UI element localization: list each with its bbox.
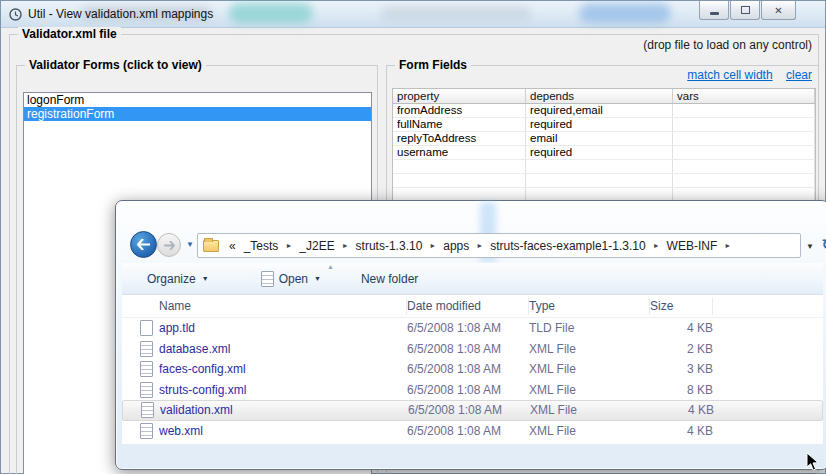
file-row[interactable]: struts-config.xml6/5/2008 1:08 AMXML Fil… — [122, 380, 823, 401]
file-name: faces-config.xml — [159, 362, 407, 376]
minimize-button[interactable] — [699, 1, 729, 20]
column-header-name[interactable]: Name — [159, 298, 407, 315]
breadcrumb-item[interactable]: struts-1.3.10 — [352, 239, 427, 253]
back-button[interactable] — [130, 231, 157, 258]
organize-button[interactable]: Organize ▼ — [147, 272, 209, 286]
new-folder-label: New folder — [361, 272, 418, 286]
file-row[interactable]: app.tld6/5/2008 1:08 AMTLD File4 KB — [122, 318, 823, 339]
close-button[interactable]: ✕ — [761, 1, 796, 20]
sort-ascending-icon[interactable]: ▲ — [327, 263, 334, 270]
field-row[interactable]: fullNamerequired — [393, 118, 815, 132]
field-cell-depends: required — [526, 146, 673, 159]
clear-link[interactable]: clear — [786, 68, 812, 82]
file-name: struts-config.xml — [159, 383, 407, 397]
field-cell-empty — [526, 174, 673, 187]
file-icon — [140, 423, 153, 439]
breadcrumb-separator-icon[interactable]: ► — [426, 242, 439, 249]
file-icon — [140, 320, 153, 336]
breadcrumb-item[interactable]: _J2EE — [295, 239, 338, 253]
breadcrumb: «_Tests►_J2EE►struts-1.3.10►apps►struts-… — [225, 239, 734, 253]
field-cell-empty — [393, 174, 526, 187]
field-row[interactable]: fromAddressrequired,email — [393, 104, 815, 118]
file-name: database.xml — [159, 342, 407, 356]
file-size: 4 KB — [650, 424, 713, 438]
forward-button[interactable] — [157, 233, 181, 257]
breadcrumb-separator-icon[interactable]: ► — [282, 242, 295, 249]
address-dropdown-icon[interactable]: ▼ — [806, 242, 814, 251]
field-cell-empty — [673, 174, 815, 187]
maximize-button[interactable] — [730, 1, 760, 20]
forward-arrow-icon — [164, 241, 175, 250]
minimize-icon — [710, 12, 719, 15]
explorer-window: ▼ «_Tests►_J2EE►struts-1.3.10►apps►strut… — [115, 200, 826, 470]
validator-forms-label: Validator Forms (click to view) — [25, 58, 206, 72]
field-cell-depends: required,email — [526, 104, 673, 117]
glass-reflection — [579, 3, 671, 23]
field-cell-depends: required — [526, 118, 673, 131]
chevron-down-icon: ▼ — [314, 275, 321, 282]
field-column-header[interactable]: property — [393, 89, 526, 103]
field-column-header[interactable]: depends — [526, 89, 673, 103]
refresh-icon[interactable]: ↻ — [821, 236, 826, 254]
breadcrumb-item[interactable]: apps — [439, 239, 473, 253]
field-row-empty — [393, 174, 815, 188]
breadcrumb-item[interactable]: WEB-INF — [663, 239, 722, 253]
breadcrumb-overflow-button[interactable]: « — [225, 239, 240, 253]
open-button[interactable]: Open ▼ — [261, 271, 321, 287]
file-type: XML File — [530, 403, 651, 417]
column-header-type[interactable]: Type — [529, 298, 650, 315]
file-type: XML File — [529, 342, 650, 356]
match-cell-width-link[interactable]: match cell width — [687, 68, 772, 82]
file-size: 4 KB — [651, 403, 714, 417]
form-fields-label: Form Fields — [395, 58, 471, 72]
field-cell-empty — [673, 160, 815, 173]
maximize-icon — [741, 6, 750, 14]
recent-pages-dropdown-icon[interactable]: ▼ — [186, 240, 194, 249]
file-type: XML File — [529, 424, 650, 438]
field-column-header[interactable]: vars — [673, 89, 815, 103]
file-icon — [141, 402, 154, 418]
file-row[interactable]: validation.xml6/5/2008 1:08 AMXML File4 … — [122, 400, 823, 421]
organize-label: Organize — [147, 272, 196, 286]
notepad-icon — [261, 271, 274, 287]
field-cell-property: fullName — [393, 118, 526, 131]
form-list-item[interactable]: logonForm — [24, 93, 371, 107]
file-list-column-headers: NameDate modifiedTypeSize — [122, 295, 823, 318]
file-date: 6/5/2008 1:08 AM — [408, 403, 530, 417]
breadcrumb-separator-icon[interactable]: ► — [650, 242, 663, 249]
new-folder-button[interactable]: New folder — [361, 272, 418, 286]
form-list-item[interactable]: registrationForm — [24, 107, 371, 121]
file-size: 8 KB — [650, 383, 713, 397]
window-title: Util - View validation.xml mappings — [28, 7, 213, 21]
field-cell-vars — [673, 132, 815, 145]
breadcrumb-item[interactable]: _Tests — [240, 239, 283, 253]
address-bar[interactable]: «_Tests►_J2EE►struts-1.3.10►apps►struts-… — [197, 233, 801, 258]
field-cell-vars — [673, 118, 815, 131]
file-size: 3 KB — [650, 362, 713, 376]
column-header-size[interactable]: Size — [650, 298, 713, 315]
field-cell-vars — [673, 146, 815, 159]
field-row[interactable]: replyToAddressemail — [393, 132, 815, 146]
breadcrumb-item[interactable]: struts-faces-example1-1.3.10 — [486, 239, 649, 253]
column-header-date-modified[interactable]: Date modified — [407, 298, 529, 315]
breadcrumb-separator-icon[interactable]: ► — [721, 242, 734, 249]
file-date: 6/5/2008 1:08 AM — [407, 342, 529, 356]
breadcrumb-separator-icon[interactable]: ► — [473, 242, 486, 249]
field-row[interactable]: usernamerequired — [393, 146, 815, 160]
file-name: web.xml — [159, 424, 407, 438]
file-row[interactable]: web.xml6/5/2008 1:08 AMXML File4 KB — [122, 421, 823, 442]
file-size: 4 KB — [650, 321, 713, 335]
glass-reflection — [229, 3, 313, 23]
file-name: validation.xml — [160, 403, 408, 417]
field-row-empty — [393, 160, 815, 174]
file-row[interactable]: faces-config.xml6/5/2008 1:08 AMXML File… — [122, 359, 823, 380]
form-fields-table: propertydependsvars fromAddressrequired,… — [392, 88, 816, 203]
titlebar[interactable]: Util - View validation.xml mappings ✕ — [1, 1, 825, 28]
file-icon — [140, 382, 153, 398]
file-date: 6/5/2008 1:08 AM — [407, 383, 529, 397]
breadcrumb-separator-icon[interactable]: ► — [339, 242, 352, 249]
file-name: app.tld — [159, 321, 407, 335]
back-arrow-icon — [137, 239, 150, 250]
form-fields-table-body: fromAddressrequired,emailfullNamerequire… — [393, 104, 815, 202]
file-row[interactable]: database.xml6/5/2008 1:08 AMXML File2 KB — [122, 339, 823, 360]
